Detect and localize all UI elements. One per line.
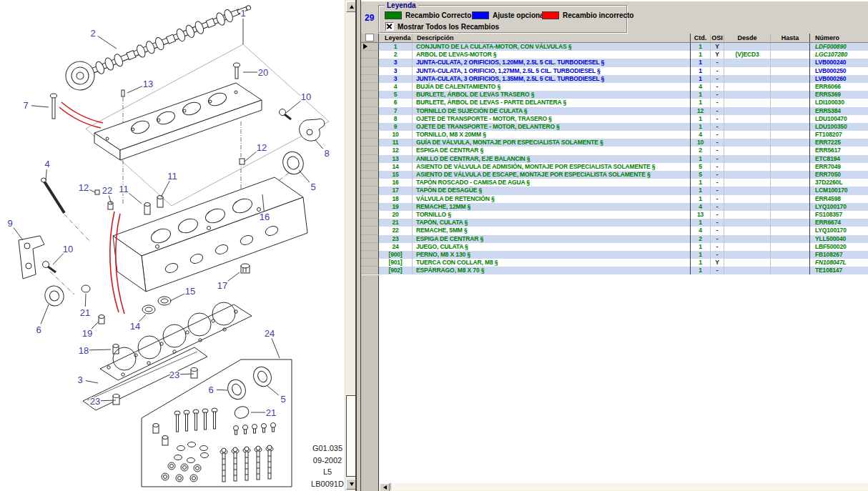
callout-number[interactable]: 6	[208, 385, 213, 395]
panel-splitter[interactable]	[355, 0, 361, 491]
record-selector-cell[interactable]	[361, 107, 379, 115]
record-selector-cell[interactable]	[361, 123, 379, 131]
table-horizontal-scrollbar[interactable]	[379, 483, 868, 491]
callout-number[interactable]: 11	[119, 184, 129, 194]
callout-number[interactable]: 2	[90, 28, 95, 39]
table-row[interactable]: 3JUNTA-CULATA, 2 ORIFICIOS, 1.20MM, 2.5L…	[361, 59, 868, 66]
callout-number[interactable]: 15	[185, 286, 195, 297]
record-selector-cell[interactable]	[361, 139, 379, 147]
record-selector-cell[interactable]	[361, 203, 379, 211]
record-selector-cell[interactable]	[361, 179, 379, 187]
record-selector-cell[interactable]	[361, 219, 379, 227]
table-row[interactable]: 2ARBOL DE LEVAS-MOTOR §1Y(V)ECD3LGC10728…	[361, 51, 868, 59]
table-row[interactable]: 15ASIENTO DE VÁLVULA DE ESCAPE, MONTAJE …	[361, 171, 868, 179]
record-selector-cell[interactable]	[361, 51, 379, 59]
callout-number[interactable]: 4	[44, 159, 49, 169]
record-selector-cell[interactable]	[361, 243, 379, 251]
record-selector-cell[interactable]	[361, 227, 379, 234]
callout-number[interactable]: 13	[143, 79, 153, 89]
callout-number[interactable]: 7	[23, 100, 28, 111]
table-row[interactable]: 24JUEGO, CULATA §1-LBF500020	[361, 243, 868, 251]
record-selector-cell[interactable]	[361, 91, 379, 99]
table-row[interactable]: 6BURLETE, ÁRBOL DE LEVAS - PARTE DELANTE…	[361, 99, 868, 106]
record-selector-cell[interactable]	[361, 131, 379, 139]
record-selector-cell[interactable]	[361, 235, 379, 243]
callout-number[interactable]: 21	[80, 307, 90, 318]
table-row[interactable]: 1CONJUNTO DE LA CULATA-MOTOR, CON VÁLVUL…	[361, 43, 868, 51]
table-row[interactable]: 14ASIENTO DE VÁLVULA DE ADMISIÓN, MONTAJ…	[361, 163, 868, 171]
table-row[interactable]: 9OJETE DE TRANSPORTE - MOTOR, DELANTERO …	[361, 123, 868, 131]
callout-number[interactable]: 20	[258, 67, 268, 78]
table-row[interactable]: [900]PERNO, M8 X 130 §1-FB108267	[361, 251, 868, 259]
record-selector-cell[interactable]	[361, 267, 379, 274]
table-row[interactable]: [901]TUERCA CON COLLAR, M8 §1YFN108047L	[361, 259, 868, 267]
table-row[interactable]: 13ANILLO DE CENTRAR, EJE BALANCIN §1-ETC…	[361, 155, 868, 163]
table-row[interactable]: 7TORNILLO DE SUJECIÓN DE CULATA §12-ERR5…	[361, 107, 868, 115]
record-selector-cell[interactable]	[361, 43, 379, 51]
table-row[interactable]: 10TORNILLO, M8 X 20MM §4-FT108207	[361, 131, 868, 139]
record-selector-cell[interactable]	[361, 211, 379, 219]
table-row[interactable]: 20TORNILLO §13-FS108357	[361, 211, 868, 219]
callout-number[interactable]: 14	[130, 321, 140, 332]
cell-ley: 17	[379, 187, 413, 194]
table-row[interactable]: 11GUÍA DE VÁLVULA, MONTAJE POR ESPECIALI…	[361, 139, 868, 147]
record-selector-cell[interactable]	[361, 59, 379, 66]
callout-number[interactable]: 23	[90, 396, 100, 407]
record-selector-cell[interactable]	[361, 67, 379, 75]
callout-number[interactable]: 16	[260, 212, 270, 222]
record-selector-cell[interactable]	[361, 115, 379, 123]
diagram-scrollbar-thumb[interactable]	[346, 395, 356, 477]
table-row[interactable]: 18VÁLVULA DE RETENCIÓN §1-ERR4598	[361, 195, 868, 203]
record-selector-cell[interactable]	[361, 259, 379, 267]
callout-number[interactable]: 10	[63, 244, 73, 254]
callout-number[interactable]: 1	[240, 8, 245, 19]
record-selector-cell[interactable]	[361, 147, 379, 154]
callout-number[interactable]: 3	[77, 375, 82, 385]
select-all-cell[interactable]	[361, 34, 379, 42]
table-row[interactable]: 21TAPÓN, CULATA §1-ERR6674	[361, 219, 868, 227]
table-row[interactable]: 3JUNTA-CULATA, 1 ORIFICIO, 1,27MM, 2.5L …	[361, 67, 868, 75]
record-selector-cell[interactable]	[361, 163, 379, 171]
record-selector-cell[interactable]	[361, 171, 379, 179]
record-selector-cell[interactable]	[361, 155, 379, 163]
callout-number[interactable]: 10	[301, 91, 311, 102]
record-selector-cell[interactable]	[361, 99, 379, 106]
record-selector-cell[interactable]	[361, 195, 379, 203]
table-row[interactable]: 23ESPIGA DE CENTRAR §2-YLL500040	[361, 235, 868, 243]
table-row[interactable]: [902]ESPÁRRAGO, M8 X 70 §1-TE108147	[361, 267, 868, 274]
callout-number[interactable]: 9	[7, 218, 12, 229]
table-row[interactable]: 22REMACHE, 5MM §4-LYQ100170	[361, 227, 868, 234]
callout-number[interactable]: 18	[79, 345, 89, 356]
callout-number[interactable]: 5	[310, 182, 315, 192]
table-row[interactable]: 3JUNTA-CULATA, 3 ORIFICIOS, 1.35MM, 2.5L…	[361, 75, 868, 83]
record-selector-cell[interactable]	[361, 75, 379, 83]
table-row[interactable]: 12ESPIGA DE CENTRAR §2-ERR5617	[361, 147, 868, 154]
table-row[interactable]: 5BURLETE, ÁRBOL DE LEVAS TRASERO §1-ERR5…	[361, 91, 868, 99]
callout-number[interactable]: 19	[82, 328, 92, 339]
callout-number[interactable]: 12	[257, 142, 267, 153]
callout-number[interactable]: 23	[169, 370, 179, 380]
callout-number[interactable]: 8	[324, 148, 329, 159]
record-selector-cell[interactable]	[361, 187, 379, 194]
show-all-parts-checkbox-row[interactable]: Mostrar Todos los Recambios	[385, 22, 499, 31]
callout-number[interactable]: 11	[167, 171, 177, 182]
diagram-vertical-scrollbar[interactable]	[345, 0, 356, 491]
callout-number[interactable]: 21	[266, 407, 276, 418]
scroll-left-button[interactable]	[380, 483, 390, 491]
callout-number[interactable]: 24	[265, 328, 275, 339]
callout-number[interactable]: 12	[79, 182, 89, 193]
table-row[interactable]: 16TAPÓN ROSCADO - CAMISA DE AGUA §1-37D2…	[361, 179, 868, 187]
table-scrollbar-thumb[interactable]	[390, 483, 868, 490]
callout-number[interactable]: 17	[217, 280, 227, 291]
table-row[interactable]: 4BUJÍA DE CALENTAMIENTO §4-ERR6066	[361, 83, 868, 91]
table-row[interactable]: 8OJETE DE TRANSPORTE - MOTOR, TRASERO §1…	[361, 115, 868, 123]
select-all-checkbox[interactable]	[365, 34, 374, 41]
show-all-checkbox[interactable]	[385, 22, 394, 31]
callout-number[interactable]: 6	[36, 324, 41, 335]
table-row[interactable]: 17TAPÓN DE DESAGÜE §1-LCM100170	[361, 187, 868, 194]
callout-number[interactable]: 22	[102, 185, 112, 196]
record-selector-cell[interactable]	[361, 251, 379, 259]
record-selector-cell[interactable]	[361, 83, 379, 91]
table-row[interactable]: 19REMACHE, 12MM §4-LYQ100170	[361, 203, 868, 211]
callout-number[interactable]: 5	[280, 394, 285, 405]
